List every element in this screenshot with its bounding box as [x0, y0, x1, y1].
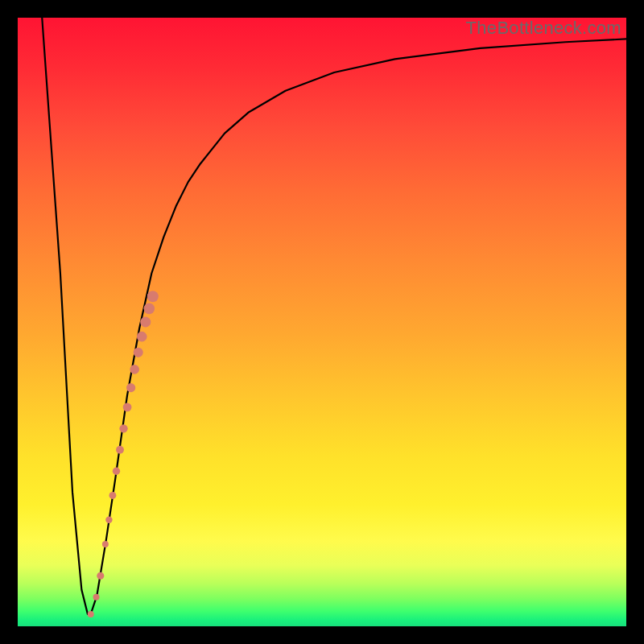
highlight-segment [134, 348, 143, 357]
highlight-segment [105, 516, 112, 522]
main-curve [42, 18, 626, 614]
highlight-segment [126, 383, 135, 392]
highlight-segment [140, 316, 151, 327]
dot-low-2 [93, 594, 100, 601]
dot-low-1 [97, 572, 104, 580]
highlight-segment [109, 492, 116, 499]
chart-svg [18, 18, 626, 626]
chart-frame: TheBottleneck.com [0, 0, 644, 644]
highlight-segment [116, 446, 124, 454]
highlight-segment [113, 468, 120, 475]
highlight-segment [119, 424, 127, 432]
plot-area: TheBottleneck.com [18, 18, 626, 626]
highlight-segment [147, 291, 159, 302]
highlight-segment [144, 303, 155, 315]
highlight-segment [130, 365, 139, 374]
highlight-segment [102, 541, 109, 547]
dot-bottom [88, 611, 94, 617]
highlight-segment [123, 402, 132, 411]
curve-path-group [42, 18, 626, 614]
highlight-segment [137, 332, 147, 342]
marker-group [88, 291, 159, 617]
